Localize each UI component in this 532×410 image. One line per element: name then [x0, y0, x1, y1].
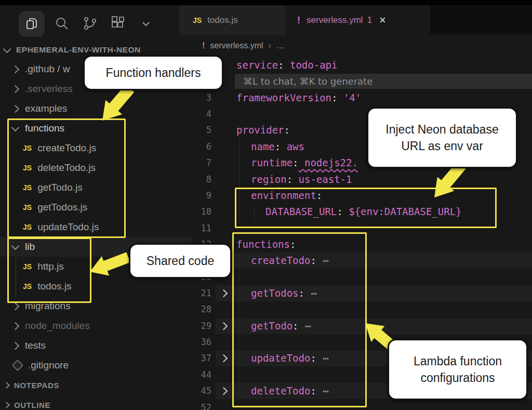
code-text[interactable]: getTodo: ⋯ — [251, 318, 311, 334]
yaml-value: us-east-1 — [292, 174, 352, 185]
yaml-colon: : — [275, 141, 281, 152]
callout-inject-neon-db: Inject Neon database URL as env var — [367, 107, 517, 168]
code-text[interactable]: runtime: nodejs22. — [251, 155, 358, 171]
code-line-database-url: 10DATABASE_URL: ${env:DATABASE_URL} — [179, 204, 532, 220]
ai-hint-text: ⌘L to chat, ⌘K to generate — [235, 74, 532, 89]
code-text[interactable]: getTodos: ⋯ — [251, 285, 317, 301]
yaml-value: aws — [281, 141, 304, 152]
yaml-colon: : — [310, 352, 316, 364]
code-text[interactable]: name: aws — [251, 139, 304, 155]
line-number: 28 — [179, 301, 211, 318]
yaml-colon: : — [310, 385, 316, 396]
line-number: 36 — [179, 334, 211, 350]
yaml-key: service — [236, 59, 278, 71]
callout-text: URL as env var — [401, 138, 483, 154]
yaml-colon: : — [292, 320, 298, 332]
line-number: 8 — [179, 171, 211, 188]
callout-text: configurations — [420, 369, 495, 386]
yaml-key: getTodo — [251, 320, 292, 332]
fold-ellipsis[interactable]: ⋯ — [299, 320, 312, 332]
indent-guide — [254, 204, 255, 220]
code-text[interactable]: provider: — [236, 122, 290, 138]
yaml-key: provider — [236, 124, 284, 136]
yaml-colon: : — [299, 287, 304, 299]
code-line-blank: 52 — [179, 400, 532, 410]
yaml-key: getTodos — [251, 287, 299, 299]
yaml-value: nodejs22. — [299, 157, 358, 168]
yaml-colon: : — [290, 239, 296, 250]
line-number: 10 — [179, 204, 211, 220]
yaml-colon: : — [287, 174, 292, 185]
line-number: 11 — [179, 220, 211, 236]
line-number: 45 — [179, 383, 211, 399]
line-number: 37 — [179, 350, 211, 366]
yaml-key: updateTodo — [251, 352, 310, 364]
yaml-key: region — [251, 174, 287, 185]
callout-shared-code: Shared code — [129, 243, 232, 279]
code-text[interactable]: service: todo-api — [236, 57, 337, 73]
code-text[interactable]: frameworkVersion: '4' — [236, 90, 361, 106]
fold-ellipsis[interactable]: ⋯ — [304, 287, 317, 299]
code-text[interactable]: functions: — [236, 236, 296, 253]
yaml-colon: : — [310, 255, 316, 266]
code-line-region: 8region: us-east-1 — [179, 171, 532, 188]
callout-text: Lambda function — [414, 353, 502, 369]
yaml-key: frameworkVersion — [236, 92, 331, 103]
fold-ellipsis[interactable]: ⋯ — [316, 385, 329, 396]
line-number: 44 — [179, 367, 211, 383]
yaml-value: todo-api — [284, 59, 338, 71]
callout-function-handlers: Function handlers — [83, 55, 223, 90]
line-number: 7 — [179, 155, 211, 171]
indent-guide — [240, 139, 240, 220]
code-line-blank: 28 — [179, 301, 532, 318]
yaml-key: DATABASE_URL — [265, 206, 337, 217]
code-line-service: 1service: todo-api — [179, 57, 532, 73]
code-text[interactable]: updateTodo: ⋯ — [251, 350, 329, 366]
line-number: 52 — [179, 400, 211, 410]
code-line-functions: 12functions: — [179, 236, 532, 253]
line-number: 21 — [179, 285, 211, 301]
yaml-key: createTodo — [251, 255, 310, 266]
line-number: 4 — [179, 106, 211, 122]
yaml-colon: : — [316, 190, 322, 201]
yaml-colon: : — [337, 206, 342, 217]
fold-ellipsis[interactable]: ⋯ — [316, 255, 329, 266]
yaml-colon: : — [331, 92, 337, 103]
code-line-gettodos: 21getTodos: ⋯ — [179, 285, 532, 301]
yaml-value: ${env:DATABASE_URL} — [343, 206, 462, 217]
ai-hint-bar: ⌘L to chat, ⌘K to generate — [235, 74, 532, 89]
yaml-colon: : — [284, 124, 290, 136]
yaml-key: runtime — [251, 157, 292, 168]
code-line-blank: 20 — [179, 269, 532, 285]
callout-text: Function handlers — [106, 64, 201, 81]
code-text[interactable]: DATABASE_URL: ${env:DATABASE_URL} — [265, 204, 462, 220]
line-number: 3 — [179, 90, 211, 106]
yaml-colon: : — [278, 59, 284, 71]
yaml-key: environment — [251, 190, 316, 201]
yaml-key: deleteTodo — [251, 385, 310, 396]
code-line-gettodo: 29getTodo: ⋯ — [179, 318, 532, 334]
yaml-value: '4' — [337, 92, 361, 103]
code-line-hint: 2⌘L to chat, ⌘K to generate — [179, 73, 532, 89]
callout-text: Shared code — [147, 253, 214, 269]
line-number: 29 — [179, 318, 211, 334]
code-text[interactable]: environment: — [251, 188, 322, 204]
fold-ellipsis[interactable]: ⋯ — [316, 352, 329, 364]
line-number: 5 — [179, 122, 211, 138]
code-line-frameworkversion: 3frameworkVersion: '4' — [179, 90, 532, 106]
line-number: 9 — [179, 188, 211, 204]
code-line-blank: 11 — [179, 220, 532, 236]
code-text[interactable]: deleteTodo: ⋯ — [251, 383, 329, 399]
code-text[interactable]: createTodo: ⋯ — [251, 253, 329, 269]
code-line-createtodo: 13createTodo: ⋯ — [179, 253, 532, 269]
yaml-key: name — [251, 141, 275, 152]
callout-lambda-config: Lambda function configurations — [388, 339, 528, 400]
yaml-colon: : — [292, 157, 298, 168]
callout-text: Inject Neon database — [385, 121, 498, 138]
line-number: 6 — [179, 139, 211, 155]
vscode-window: EPHEMERAL-ENV-WITH-NEON .github / w.serv… — [0, 0, 532, 410]
yaml-key: functions — [236, 239, 290, 250]
code-text[interactable]: region: us-east-1 — [251, 171, 352, 188]
code-line-environment: 9environment: — [179, 188, 532, 204]
indent-guide — [240, 253, 240, 400]
